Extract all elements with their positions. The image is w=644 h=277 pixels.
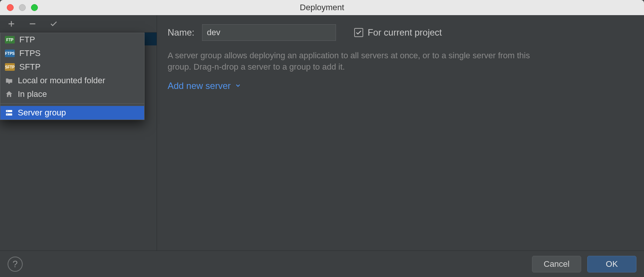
folder-icon [5,76,13,85]
svg-rect-1 [6,110,12,112]
name-label: Name: [168,27,194,38]
popup-item-label: FTPS [19,48,40,58]
popup-item-local[interactable]: Local or mounted folder [0,74,144,87]
sftp-badge-icon: SFTP [5,63,15,71]
name-row: Name: For current project [168,24,633,41]
add-icon[interactable] [6,19,17,29]
svg-rect-2 [6,114,12,116]
add-server-popup: FTP FTP FTPS FTPS SFTP SFTP Local or mou… [0,33,145,120]
popup-item-server-group[interactable]: Server group [0,106,144,120]
popup-item-label: FTP [19,35,35,45]
check-icon[interactable] [48,19,59,29]
popup-item-label: Server group [18,108,66,118]
popup-item-label: In place [18,89,47,99]
popup-item-ftp[interactable]: FTP FTP [0,33,144,47]
chevron-down-icon [235,81,241,91]
sidebar: FTP FTP FTPS FTPS SFTP SFTP Local or mou… [0,15,157,251]
checkbox-box[interactable] [354,28,363,37]
ftps-badge-icon: FTPS [5,50,15,57]
main-pane: Name: For current project A server group… [157,15,644,251]
help-button[interactable]: ? [8,257,23,272]
popup-item-label: Local or mounted folder [18,76,105,86]
for-current-project-checkbox[interactable]: For current project [354,27,442,38]
ok-button[interactable]: OK [587,256,636,272]
window-title: Deployment [0,3,644,12]
svg-point-4 [7,114,8,115]
ftp-badge-icon: FTP [5,36,15,44]
svg-point-3 [7,111,8,112]
popup-item-label: SFTP [19,62,40,72]
server-tree: FTP FTP FTPS FTPS SFTP SFTP Local or mou… [0,33,157,251]
description-text: A server group allows deploying an appli… [168,50,554,72]
server-group-icon [5,109,13,117]
popup-item-ftps[interactable]: FTPS FTPS [0,47,144,60]
home-icon [5,90,13,98]
tree-selection-strip [144,33,157,45]
checkbox-label: For current project [368,27,442,38]
svg-rect-0 [8,82,10,84]
cancel-button[interactable]: Cancel [532,256,581,272]
titlebar: Deployment [0,0,644,15]
sidebar-toolbar [0,15,157,33]
name-input[interactable] [202,24,336,41]
add-new-server-link[interactable]: Add new server [168,81,241,91]
dialog-body: FTP FTP FTPS FTPS SFTP SFTP Local or mou… [0,15,644,251]
remove-icon[interactable] [27,19,38,29]
dialog-footer: ? Cancel OK [0,251,644,277]
popup-separator [0,103,144,104]
popup-item-inplace[interactable]: In place [0,87,144,101]
popup-item-sftp[interactable]: SFTP SFTP [0,60,144,74]
link-label: Add new server [168,81,231,91]
